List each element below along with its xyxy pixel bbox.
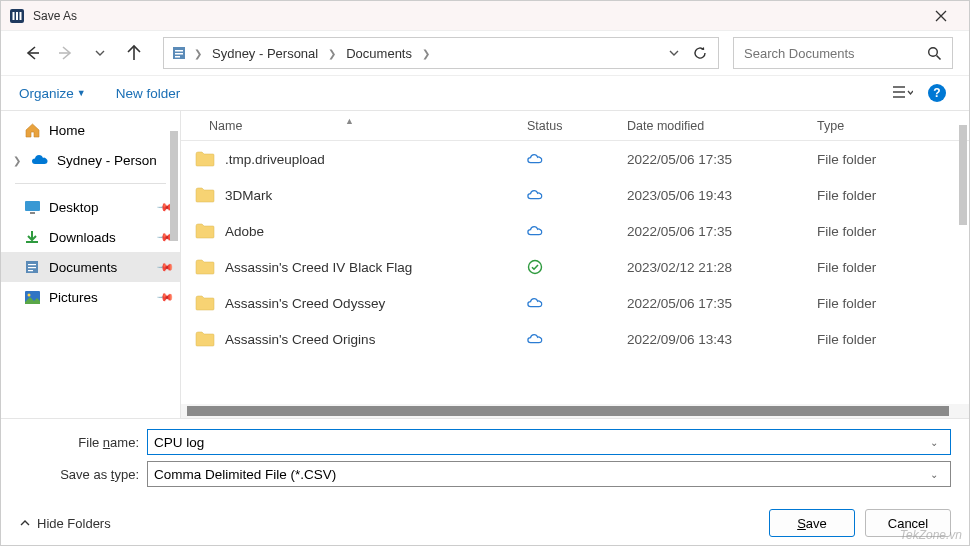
sidebar-item-desktop[interactable]: Desktop 📌	[1, 192, 180, 222]
file-type: File folder	[817, 152, 969, 167]
sidebar-scrollbar[interactable]	[170, 131, 178, 241]
refresh-button[interactable]	[692, 45, 708, 61]
pictures-icon	[23, 288, 41, 306]
file-name: Assassin's Creed Origins	[225, 332, 375, 347]
filename-dropdown-icon[interactable]: ⌄	[924, 437, 944, 448]
svg-rect-5	[175, 50, 183, 52]
file-name: Adobe	[225, 224, 264, 239]
window-title: Save As	[33, 9, 921, 23]
hide-folders-button[interactable]: Hide Folders	[19, 516, 111, 531]
svg-point-16	[27, 293, 30, 296]
organize-button[interactable]: Organize▼	[19, 86, 86, 101]
file-row[interactable]: 3DMark2023/05/06 19:43File folder	[181, 177, 969, 213]
pin-icon: 📌	[155, 287, 174, 306]
titlebar: Save As	[1, 1, 969, 31]
help-button[interactable]: ?	[923, 79, 951, 107]
filename-field[interactable]: ⌄	[147, 429, 951, 455]
file-list: Name▲ Status Date modified Type .tmp.dri…	[181, 111, 969, 418]
save-button[interactable]: Save	[769, 509, 855, 537]
save-as-dialog: Save As ❯ Sydney - Personal ❯ Documents …	[0, 0, 970, 546]
horizontal-scrollbar[interactable]	[181, 404, 969, 418]
sidebar-item-home[interactable]: Home	[1, 115, 180, 145]
file-row[interactable]: Assassin's Creed Odyssey2022/05/06 17:35…	[181, 285, 969, 321]
back-button[interactable]	[17, 38, 47, 68]
file-type: File folder	[817, 296, 969, 311]
location-icon	[170, 44, 188, 62]
main-area: Home ❯ Sydney - Person Desktop 📌	[1, 111, 969, 418]
file-status-icon	[527, 223, 627, 239]
close-button[interactable]	[921, 2, 961, 30]
hide-folders-label: Hide Folders	[37, 516, 111, 531]
column-name[interactable]: Name▲	[195, 119, 527, 133]
file-status-icon	[527, 295, 627, 311]
file-row[interactable]: Adobe2022/05/06 17:35File folder	[181, 213, 969, 249]
app-icon	[9, 8, 25, 24]
downloads-icon	[23, 228, 41, 246]
svg-rect-2	[16, 12, 18, 20]
file-status-icon	[527, 331, 627, 347]
column-headers: Name▲ Status Date modified Type	[181, 111, 969, 141]
file-status-icon	[527, 259, 627, 275]
svg-rect-7	[175, 56, 180, 58]
file-type: File folder	[817, 260, 969, 275]
vertical-scrollbar[interactable]	[959, 125, 967, 225]
recent-dropdown-button[interactable]	[85, 38, 115, 68]
file-row[interactable]: .tmp.driveupload2022/05/06 17:35File fol…	[181, 141, 969, 177]
toolbar: Organize▼ New folder ?	[1, 75, 969, 111]
search-input[interactable]	[744, 46, 927, 61]
sidebar-label: Desktop	[49, 200, 99, 215]
search-box[interactable]	[733, 37, 953, 69]
sidebar-label: Documents	[49, 260, 117, 275]
desktop-icon	[23, 198, 41, 216]
column-date[interactable]: Date modified	[627, 119, 817, 133]
svg-rect-9	[25, 201, 40, 211]
svg-rect-12	[28, 264, 36, 265]
file-date: 2023/02/12 21:28	[627, 260, 817, 275]
sidebar-item-personal[interactable]: ❯ Sydney - Person	[1, 145, 180, 175]
savetype-field[interactable]: Comma Delimited File (*.CSV) ⌄	[147, 461, 951, 487]
column-status[interactable]: Status	[527, 119, 627, 133]
file-type: File folder	[817, 332, 969, 347]
chevron-right-icon[interactable]: ❯	[420, 48, 432, 59]
address-bar[interactable]: ❯ Sydney - Personal ❯ Documents ❯	[163, 37, 719, 69]
new-folder-button[interactable]: New folder	[116, 86, 181, 101]
column-type[interactable]: Type	[817, 119, 969, 133]
file-rows: .tmp.driveupload2022/05/06 17:35File fol…	[181, 141, 969, 404]
file-date: 2022/05/06 17:35	[627, 152, 817, 167]
up-button[interactable]	[119, 38, 149, 68]
file-name: Assassin's Creed Odyssey	[225, 296, 385, 311]
svg-rect-6	[175, 53, 183, 55]
chevron-right-icon[interactable]: ❯	[326, 48, 338, 59]
search-icon[interactable]	[927, 46, 942, 61]
onedrive-icon	[31, 151, 49, 169]
svg-rect-14	[28, 270, 33, 271]
breadcrumb-folder[interactable]: Documents	[342, 46, 416, 61]
home-icon	[23, 121, 41, 139]
file-name: 3DMark	[225, 188, 272, 203]
filename-input[interactable]	[154, 435, 924, 450]
file-name: .tmp.driveupload	[225, 152, 325, 167]
sidebar-item-pictures[interactable]: Pictures 📌	[1, 282, 180, 312]
form-area: File name: ⌄ Save as type: Comma Delimit…	[1, 418, 969, 501]
chevron-right-icon[interactable]: ❯	[192, 48, 204, 59]
cancel-button[interactable]: Cancel	[865, 509, 951, 537]
expand-icon[interactable]: ❯	[13, 155, 23, 166]
savetype-dropdown-icon[interactable]: ⌄	[924, 469, 944, 480]
sidebar-label: Downloads	[49, 230, 116, 245]
sidebar: Home ❯ Sydney - Person Desktop 📌	[1, 111, 181, 418]
svg-rect-13	[28, 267, 36, 268]
navbar: ❯ Sydney - Personal ❯ Documents ❯	[1, 31, 969, 75]
sidebar-item-documents[interactable]: Documents 📌	[1, 252, 180, 282]
view-options-button[interactable]	[889, 79, 917, 107]
sidebar-item-downloads[interactable]: Downloads 📌	[1, 222, 180, 252]
file-status-icon	[527, 151, 627, 167]
forward-button[interactable]	[51, 38, 81, 68]
breadcrumb-root[interactable]: Sydney - Personal	[208, 46, 322, 61]
address-dropdown-button[interactable]	[668, 47, 680, 59]
file-row[interactable]: Assassin's Creed IV Black Flag2023/02/12…	[181, 249, 969, 285]
chevron-up-icon	[19, 517, 31, 529]
sidebar-separator	[15, 183, 166, 184]
file-row[interactable]: Assassin's Creed Origins2022/09/06 13:43…	[181, 321, 969, 357]
file-name: Assassin's Creed IV Black Flag	[225, 260, 412, 275]
sort-indicator-icon: ▲	[345, 116, 354, 126]
